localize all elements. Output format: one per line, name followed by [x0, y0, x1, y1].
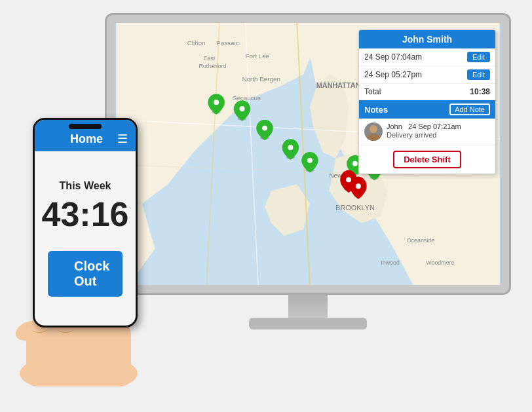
info-panel: John Smith 24 Sep 07:04am Edit 24 Sep 05…: [358, 29, 496, 174]
notes-header: Notes Add Note: [359, 100, 495, 119]
note-author: John: [387, 122, 402, 130]
svg-point-46: [370, 125, 377, 133]
time-display: 43:16: [42, 197, 129, 231]
svg-text:East: East: [203, 55, 215, 62]
svg-text:Fort Lee: Fort Lee: [245, 52, 269, 60]
edit-button-1[interactable]: Edit: [467, 52, 490, 62]
total-row: Total 10:38: [359, 84, 495, 100]
add-note-button[interactable]: Add Note: [449, 103, 490, 115]
svg-point-33: [262, 126, 267, 131]
desktop-monitor: Clifton Passaic East Rutherford Fort Lee…: [105, 13, 511, 354]
phone-notch: [69, 124, 102, 129]
svg-text:Clifton: Clifton: [187, 39, 206, 47]
svg-point-31: [240, 106, 245, 111]
edit-button-2[interactable]: Edit: [467, 69, 490, 80]
monitor-base: [249, 318, 367, 329]
note-entry: John 24 Sep 07:21am Delivery arrived: [359, 119, 495, 145]
shift-row-2: 24 Sep 05:27pm Edit: [359, 66, 495, 84]
shift-row-1-date: 24 Sep 07:04am: [364, 52, 467, 62]
scene: Clifton Passaic East Rutherford Fort Lee…: [0, 0, 532, 412]
svg-point-35: [288, 145, 293, 150]
notes-label: Notes: [364, 105, 388, 115]
svg-text:Secaucus: Secaucus: [233, 94, 261, 102]
clock-out-button[interactable]: Clock Out: [48, 251, 123, 297]
phone-screen: Home ☰ This Week 43:16 Clock Out: [35, 120, 136, 326]
note-avatar: [364, 122, 383, 141]
phone-device: Home ☰ This Week 43:16 Clock Out: [33, 118, 138, 328]
phone-title: Home: [56, 132, 117, 146]
note-content: John 24 Sep 07:21am Delivery arrived: [387, 122, 461, 141]
this-week-label: This Week: [60, 180, 111, 192]
svg-text:Woodmere: Woodmere: [426, 259, 454, 266]
svg-text:Inwood: Inwood: [381, 259, 400, 266]
svg-point-43: [356, 183, 361, 189]
monitor-screen: Clifton Passaic East Rutherford Fort Lee…: [115, 23, 501, 285]
svg-point-37: [307, 158, 313, 163]
hamburger-icon[interactable]: ☰: [117, 132, 128, 146]
note-text: Delivery arrived: [387, 131, 461, 139]
svg-text:MANHATTAN: MANHATTAN: [316, 81, 361, 89]
panel-header: John Smith: [359, 30, 495, 48]
total-label: Total: [364, 87, 470, 96]
shift-row-1: 24 Sep 07:04am Edit: [359, 48, 495, 66]
note-meta: John 24 Sep 07:21am: [387, 122, 461, 130]
phone-body: This Week 43:16 Clock Out: [35, 151, 136, 326]
svg-text:BROOKLYN: BROOKLYN: [335, 204, 374, 212]
svg-text:Passaic: Passaic: [216, 39, 239, 47]
svg-text:Oceanside: Oceanside: [407, 237, 434, 244]
monitor-neck: [288, 295, 328, 321]
svg-text:North Bergen: North Bergen: [242, 75, 281, 83]
svg-text:Rutherford: Rutherford: [199, 63, 226, 69]
svg-point-47: [367, 134, 380, 141]
delete-shift-row: Delete Shift: [359, 145, 495, 174]
phone-wrapper: Home ☰ This Week 43:16 Clock Out: [13, 118, 157, 367]
note-date: 24 Sep 07:21am: [408, 122, 461, 130]
monitor-bezel: Clifton Passaic East Rutherford Fort Lee…: [105, 13, 511, 295]
shift-row-2-date: 24 Sep 05:27pm: [364, 70, 467, 79]
svg-point-29: [214, 100, 219, 105]
svg-point-41: [346, 177, 351, 182]
total-value: 10:38: [470, 87, 490, 96]
delete-shift-button[interactable]: Delete Shift: [393, 151, 461, 168]
svg-point-39: [352, 161, 358, 166]
